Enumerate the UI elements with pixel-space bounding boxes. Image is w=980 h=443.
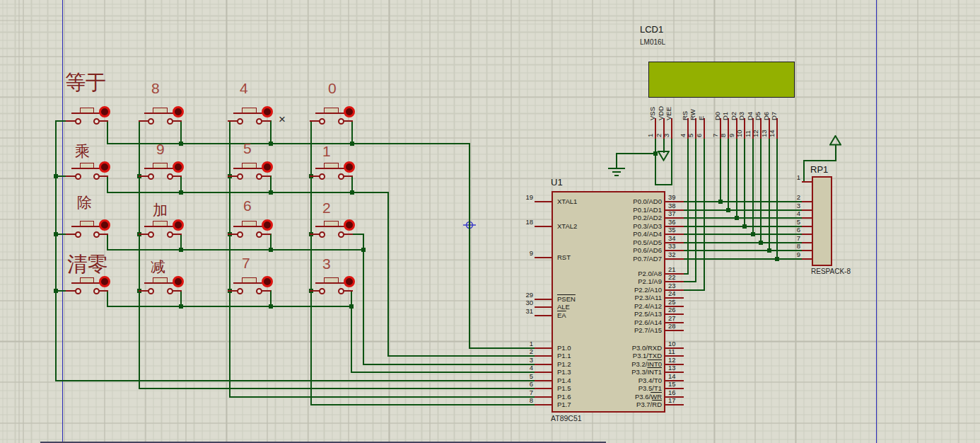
button-actuator-icon[interactable] xyxy=(344,276,355,287)
wire-segment[interactable] xyxy=(310,120,312,405)
wire-segment[interactable] xyxy=(351,372,536,373)
wire-segment[interactable] xyxy=(107,120,108,144)
wire-segment[interactable] xyxy=(387,192,389,357)
wire-segment[interactable] xyxy=(752,137,754,235)
wire-segment[interactable] xyxy=(682,217,803,219)
wire-segment[interactable] xyxy=(351,306,352,373)
pin-stub[interactable] xyxy=(535,372,552,373)
wire-segment[interactable] xyxy=(387,355,536,357)
pin-stub[interactable] xyxy=(802,217,812,219)
pin-stub[interactable] xyxy=(802,181,812,183)
pin-stub[interactable] xyxy=(671,118,672,139)
button-actuator-icon[interactable] xyxy=(262,276,273,287)
wire-segment[interactable] xyxy=(835,144,836,161)
pin-stub[interactable] xyxy=(535,315,552,316)
pin-stub[interactable] xyxy=(535,257,552,258)
wire-segment[interactable] xyxy=(180,120,182,144)
respack-body[interactable] xyxy=(812,176,832,266)
pin-stub[interactable] xyxy=(802,226,812,227)
button-actuator-icon[interactable] xyxy=(262,106,273,117)
pin-stub[interactable] xyxy=(535,201,552,202)
pin-stub[interactable] xyxy=(665,258,684,260)
pin-stub[interactable] xyxy=(802,234,812,235)
wire-segment[interactable] xyxy=(139,120,140,389)
wire-segment[interactable] xyxy=(616,153,617,169)
button-actuator-icon[interactable] xyxy=(99,161,110,173)
wire-segment[interactable] xyxy=(139,388,536,389)
wire-segment[interactable] xyxy=(671,137,672,185)
wire-segment[interactable] xyxy=(687,137,689,275)
wire-segment[interactable] xyxy=(682,242,803,243)
button-actuator-icon[interactable] xyxy=(173,106,184,117)
pin-stub[interactable] xyxy=(802,250,812,251)
wire-segment[interactable] xyxy=(655,137,656,185)
pin-stub[interactable] xyxy=(535,388,552,389)
button-actuator-icon[interactable] xyxy=(173,161,184,173)
wire-segment[interactable] xyxy=(270,120,272,144)
wire-segment[interactable] xyxy=(229,120,231,398)
wire-segment[interactable] xyxy=(736,137,737,219)
pin-stub[interactable] xyxy=(535,347,552,349)
wire-segment[interactable] xyxy=(616,153,656,154)
pin-stub[interactable] xyxy=(535,380,552,381)
wire-segment[interactable] xyxy=(682,281,696,282)
wire-segment[interactable] xyxy=(107,249,364,251)
wire-segment[interactable] xyxy=(310,404,536,405)
button-actuator-icon[interactable] xyxy=(99,219,110,231)
pin-stub[interactable] xyxy=(535,306,552,308)
pin-stub[interactable] xyxy=(802,201,812,202)
wire-segment[interactable] xyxy=(469,347,536,349)
pin-stub[interactable] xyxy=(802,209,812,211)
wire-segment[interactable] xyxy=(663,137,665,153)
pin-stub[interactable] xyxy=(535,396,552,398)
wire-segment[interactable] xyxy=(363,249,364,365)
wire-segment[interactable] xyxy=(682,209,803,211)
wire-segment[interactable] xyxy=(107,234,108,251)
button-actuator-icon[interactable] xyxy=(344,106,355,117)
pin-stub[interactable] xyxy=(704,118,705,139)
wire-segment[interactable] xyxy=(803,160,836,161)
wire-segment[interactable] xyxy=(107,192,389,193)
wire-segment[interactable] xyxy=(682,289,705,291)
wire-segment[interactable] xyxy=(720,137,721,202)
button-actuator-icon[interactable] xyxy=(262,161,273,173)
button-actuator-icon[interactable] xyxy=(99,106,110,117)
lcd-ref-label: LCD1 xyxy=(640,26,663,33)
wire-segment[interactable] xyxy=(682,201,803,202)
wire-segment[interactable] xyxy=(55,120,57,381)
pin-stub[interactable] xyxy=(535,299,552,300)
wire-segment[interactable] xyxy=(107,290,108,307)
pin-stub[interactable] xyxy=(535,226,552,227)
wire-segment[interactable] xyxy=(229,396,536,398)
wire-segment[interactable] xyxy=(351,120,353,144)
wire-segment[interactable] xyxy=(803,160,805,183)
pin-stub[interactable] xyxy=(802,242,812,243)
pin-stub[interactable] xyxy=(535,355,552,357)
pin-stub[interactable] xyxy=(802,258,812,260)
button-actuator-icon[interactable] xyxy=(99,276,110,287)
wire-segment[interactable] xyxy=(682,234,803,235)
wire-segment[interactable] xyxy=(682,250,803,251)
button-actuator-icon[interactable] xyxy=(173,276,184,287)
button-actuator-icon[interactable] xyxy=(344,219,355,231)
button-actuator-icon[interactable] xyxy=(173,219,184,231)
wire-segment[interactable] xyxy=(728,137,729,211)
wire-segment[interactable] xyxy=(107,176,108,193)
wire-segment[interactable] xyxy=(655,184,672,185)
wire-segment[interactable] xyxy=(469,143,470,349)
lcd-display-screen[interactable] xyxy=(648,62,795,98)
wire-segment[interactable] xyxy=(107,306,352,307)
button-actuator-icon[interactable] xyxy=(262,219,273,231)
wire-segment[interactable] xyxy=(55,380,536,381)
wire-segment[interactable] xyxy=(760,137,762,243)
pin-stub[interactable] xyxy=(535,364,552,365)
wire-segment[interactable] xyxy=(704,137,705,291)
wire-segment[interactable] xyxy=(682,258,803,260)
pin-stub[interactable] xyxy=(535,404,552,405)
pin-stub[interactable] xyxy=(665,404,684,405)
wire-segment[interactable] xyxy=(744,137,745,227)
wire-segment[interactable] xyxy=(363,364,536,365)
pin-stub[interactable] xyxy=(665,330,684,331)
pin-stub[interactable] xyxy=(776,118,778,139)
button-actuator-icon[interactable] xyxy=(344,161,355,173)
